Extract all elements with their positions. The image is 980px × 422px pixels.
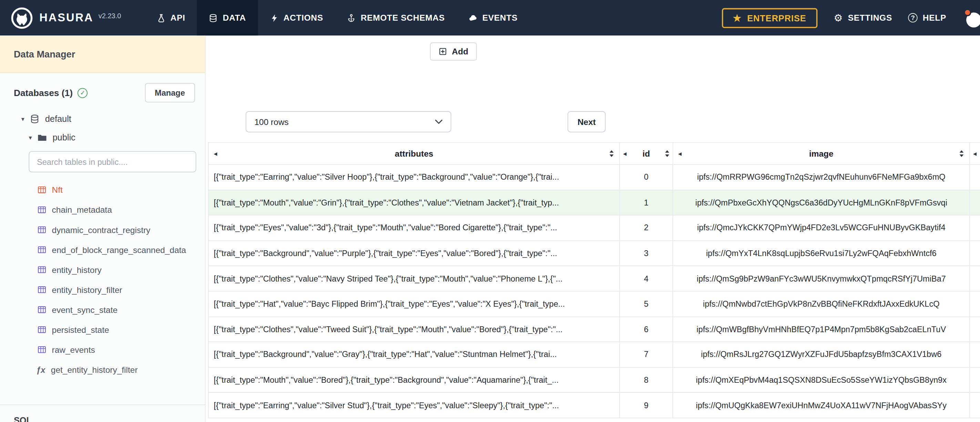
sidebar-table-nft[interactable]: Nft — [0, 180, 205, 200]
cell-id[interactable]: 0 — [620, 165, 673, 190]
collapse-column-icon[interactable]: ◂ — [678, 149, 682, 158]
cell-id[interactable]: 7 — [620, 342, 673, 367]
column-header-id[interactable]: ◂ id — [620, 143, 673, 164]
cell-attributes[interactable]: [{"trait_type":"Clothes","value":"Tweed … — [208, 317, 620, 342]
nav-tab-label: DATA — [223, 13, 246, 22]
cell-attributes[interactable]: [{"trait_type":"Background","value":"Pur… — [208, 241, 620, 266]
cell-attributes[interactable]: [{"trait_type":"Clothes","value":"Navy S… — [208, 266, 620, 291]
cell-image[interactable]: ipfs://QmRsJLrg27GQ1ZWyrXZFuJFdU5bapfzsy… — [673, 342, 970, 367]
cell-attributes[interactable]: [{"trait_type":"Earring","value":"Silver… — [208, 165, 620, 190]
collapse-column-icon[interactable]: ◂ — [973, 149, 977, 158]
enterprise-button[interactable]: ★ ENTERPRISE — [722, 8, 817, 28]
table-row[interactable]: [{"trait_type":"Hat","value":"Bayc Flipp… — [208, 291, 980, 317]
cell-id[interactable]: 4 — [620, 266, 673, 291]
table-icon — [38, 265, 46, 274]
column-header-partial[interactable]: ◂ — [970, 143, 980, 164]
top-navbar: HASURA v2.23.0 API DATA ACTIONS REMOTE S… — [0, 0, 980, 35]
help-button[interactable]: ? HELP — [908, 13, 946, 22]
table-icon — [38, 225, 46, 234]
cell-image[interactable]: ipfs://QmRRPWG96cmgTn2qSzjwr2qvfNEuhunv6… — [673, 165, 970, 190]
sort-icon[interactable] — [959, 149, 964, 158]
sidebar-function-get-entity-history-filter[interactable]: ƒx get_entity_history_filter — [0, 360, 205, 380]
table-row-highlighted[interactable]: [{"trait_type":"Mouth","value":"Grin"},{… — [208, 190, 980, 216]
search-tables-input[interactable] — [29, 151, 196, 173]
table-icon — [38, 325, 46, 334]
column-header-attributes[interactable]: ◂ attributes — [208, 143, 620, 164]
schema-name: public — [52, 133, 75, 143]
sort-icon[interactable] — [664, 149, 670, 158]
cell-image[interactable]: ipfs://QmPbxeGcXhYQQNgsC6a36dDyYUcHgMLnG… — [673, 190, 970, 216]
cell-attributes[interactable]: [{"trait_type":"Mouth","value":"Grin"},{… — [208, 190, 620, 216]
notification-dot — [964, 8, 971, 16]
table-row[interactable]: [{"trait_type":"Eyes","value":"3d"},{"tr… — [208, 215, 980, 241]
sql-section-label[interactable]: SQL — [14, 415, 205, 422]
sidebar-table-end-of-block-range-scanned-data[interactable]: end_of_block_range_scanned_data — [0, 240, 205, 260]
nav-tab-api[interactable]: API — [145, 0, 197, 35]
table-name: Nft — [52, 185, 63, 195]
cell-image[interactable]: ipfs://QmSg9bPzW9anFYc3wWU5KnvymwkxQTpmq… — [673, 266, 970, 291]
help-label: HELP — [923, 13, 946, 22]
table-row[interactable]: [{"trait_type":"Clothes","value":"Tweed … — [208, 317, 980, 342]
chevron-down-icon[interactable]: ▾ — [29, 134, 32, 141]
table-row[interactable]: [{"trait_type":"Background","value":"Gra… — [208, 342, 980, 367]
table-icon — [38, 186, 46, 194]
table-row[interactable]: [{"trait_type":"Mouth","value":"Bored"},… — [208, 367, 980, 393]
sidebar-table-chain-metadata[interactable]: chain_metadata — [0, 200, 205, 220]
cell-image[interactable]: ipfs://QmNwbd7ctEhGpVkP8nZvBBQfiNeFKRdxf… — [673, 291, 970, 317]
tree-node-public-schema[interactable]: ▾ public — [29, 133, 205, 143]
cell-id[interactable]: 8 — [620, 367, 673, 393]
cell-partial — [970, 241, 980, 266]
data-manager-banner: Data Manager — [0, 35, 205, 73]
cell-attributes[interactable]: [{"trait_type":"Background","value":"Gra… — [208, 342, 620, 367]
column-header-image[interactable]: ◂ image — [673, 143, 970, 164]
rows-per-page-select[interactable]: 100 rows — [246, 111, 452, 133]
table-name: end_of_block_range_scanned_data — [52, 245, 186, 254]
nav-tab-actions[interactable]: ACTIONS — [258, 0, 335, 35]
cell-id[interactable]: 6 — [620, 317, 673, 342]
cell-attributes[interactable]: [{"trait_type":"Hat","value":"Bayc Flipp… — [208, 291, 620, 317]
cell-id[interactable]: 9 — [620, 393, 673, 418]
settings-button[interactable]: ⚙ SETTINGS — [834, 13, 892, 23]
sort-icon[interactable] — [609, 149, 614, 158]
chevron-down-icon[interactable]: ▾ — [21, 115, 24, 122]
cell-attributes[interactable]: [{"trait_type":"Mouth","value":"Bored"},… — [208, 367, 620, 393]
cell-id[interactable]: 5 — [620, 291, 673, 317]
table-row[interactable]: [{"trait_type":"Background","value":"Pur… — [208, 241, 980, 266]
user-avatar[interactable] — [964, 8, 974, 27]
sidebar-table-persisted-state[interactable]: persisted_state — [0, 320, 205, 340]
cell-image[interactable]: ipfs://QmXEqPbvM4aq1SQSXN8DSuEcSo5SseYW1… — [673, 367, 970, 393]
sidebar-table-event-sync-state[interactable]: event_sync_state — [0, 300, 205, 320]
cell-image[interactable]: ipfs://QmYxT4LnK8sqLupjbS6eRvu1si7Ly2wFQ… — [673, 241, 970, 266]
cell-attributes[interactable]: [{"trait_type":"Eyes","value":"3d"},{"tr… — [208, 215, 620, 241]
tree-node-default-db[interactable]: ▾ default — [21, 114, 205, 124]
databases-label: Databases (1) — [14, 88, 73, 98]
cell-image[interactable]: ipfs://QmUQgKka8EW7exiUHnMwZ4UoXA11wV7NF… — [673, 393, 970, 418]
sidebar-title: Data Manager — [14, 49, 75, 59]
table-row[interactable]: [{"trait_type":"Earring","value":"Silver… — [208, 393, 980, 418]
table-name: chain_metadata — [52, 205, 112, 214]
sidebar-table-entity-history-filter[interactable]: entity_history_filter — [0, 280, 205, 300]
sidebar-table-dynamic-contract-registry[interactable]: dynamic_contract_registry — [0, 220, 205, 240]
table-row[interactable]: [{"trait_type":"Earring","value":"Silver… — [208, 165, 980, 190]
cell-id[interactable]: 2 — [620, 215, 673, 241]
nav-tab-events[interactable]: EVENTS — [457, 0, 529, 35]
table-header-row: ◂ attributes ◂ id ◂ image — [208, 143, 980, 164]
next-page-button[interactable]: Next — [568, 111, 606, 133]
collapse-column-icon[interactable]: ◂ — [214, 149, 217, 158]
hasura-logo-icon[interactable] — [10, 6, 34, 30]
sidebar-table-entity-history[interactable]: entity_history — [0, 260, 205, 280]
nav-tab-data[interactable]: DATA — [197, 0, 258, 35]
manage-button[interactable]: Manage — [145, 83, 195, 102]
sidebar-table-raw-events[interactable]: raw_events — [0, 340, 205, 360]
cell-image[interactable]: ipfs://QmWBgfBhyVmHNhBfEQ7p1P4Mpn7pm5b8K… — [673, 317, 970, 342]
cell-id[interactable]: 1 — [620, 190, 673, 216]
cell-image[interactable]: ipfs://QmcJYkCKK7QPmYWjp4FD2e3Lv5WCGFuHN… — [673, 215, 970, 241]
hasura-console: HASURA v2.23.0 API DATA ACTIONS REMOTE S… — [0, 0, 980, 422]
version-label[interactable]: v2.23.0 — [99, 12, 121, 19]
table-row[interactable]: [{"trait_type":"Clothes","value":"Navy S… — [208, 266, 980, 291]
add-row-button[interactable]: Add — [430, 42, 477, 60]
nav-tab-remote-schemas[interactable]: REMOTE SCHEMAS — [335, 0, 457, 35]
cell-attributes[interactable]: [{"trait_type":"Earring","value":"Silver… — [208, 393, 620, 418]
cell-id[interactable]: 3 — [620, 241, 673, 266]
collapse-column-icon[interactable]: ◂ — [623, 149, 627, 158]
